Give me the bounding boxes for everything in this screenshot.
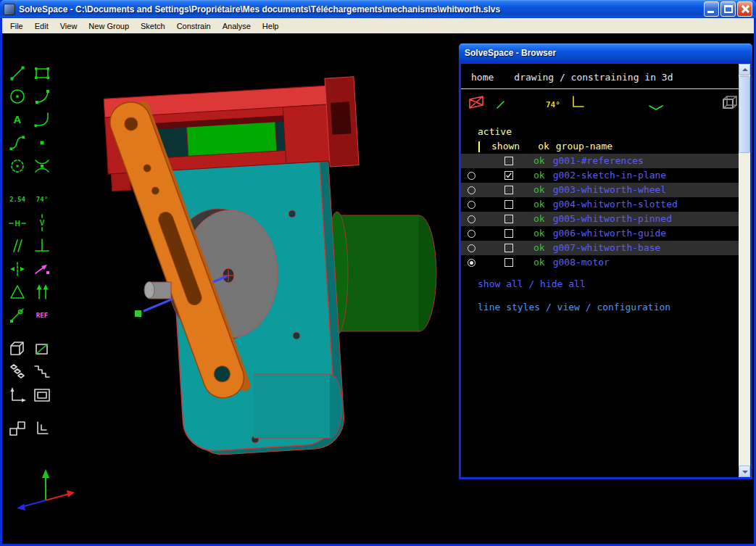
show-points-button[interactable] (520, 94, 537, 115)
on-entity-constraint-button[interactable] (30, 257, 54, 280)
arc-tool-button[interactable] (30, 85, 54, 107)
active-group-radio[interactable] (468, 259, 475, 267)
angle-constraint-button[interactable]: 74° (30, 188, 54, 210)
sketch-in-3d-icon (33, 386, 51, 405)
browser-titlebar[interactable]: SolveSpace - Browser (459, 44, 752, 62)
circle-tool-button[interactable] (6, 85, 29, 107)
show-constraints-button[interactable]: 74° (546, 97, 560, 112)
show-faces-button[interactable] (595, 94, 612, 115)
bracket-group-button[interactable] (30, 417, 54, 439)
extrude-group-button[interactable] (6, 337, 29, 360)
coordinate-triad (17, 469, 75, 510)
wireframe-box-icon (721, 94, 739, 110)
view-link[interactable]: view (557, 302, 580, 313)
show-all-link[interactable]: show all (478, 278, 523, 289)
active-group-radio[interactable] (468, 172, 475, 180)
shown-checkbox[interactable] (504, 229, 513, 238)
group-name-link[interactable]: g005-whitworth-pinned (553, 212, 672, 226)
scroll-down-button[interactable] (739, 466, 750, 477)
shown-checkbox[interactable] (504, 258, 513, 267)
group-name-link[interactable]: g004-whitworth-slotted (553, 197, 678, 212)
titlebar[interactable]: SolveSpace - C:\Documents and Settings\P… (0, 0, 756, 18)
menu-new-group[interactable]: New Group (83, 20, 135, 33)
parallel-normal-constraint-button[interactable] (30, 281, 54, 303)
split-curves-tool-button[interactable] (30, 154, 54, 177)
ratio-icon (8, 306, 27, 325)
tangent-arc-tool-button[interactable] (30, 108, 54, 131)
scroll-up-button[interactable] (739, 64, 750, 75)
style-corner-icon (569, 94, 586, 110)
menu-analyse[interactable]: Analyse (217, 20, 257, 33)
link-assembly-icon (8, 419, 27, 438)
scroll-thumb[interactable] (739, 76, 750, 153)
cubic-spline-tool-button[interactable] (6, 131, 29, 154)
link-group-button[interactable] (6, 417, 29, 439)
perpendicular-constraint-button[interactable] (30, 234, 54, 257)
rectangle-tool-button[interactable] (30, 62, 54, 84)
distance-constraint-button[interactable]: 2.54 (6, 188, 29, 210)
show-shaded-button[interactable] (621, 94, 639, 115)
ok-status: ok (533, 197, 545, 212)
equal-constraint-button[interactable] (6, 281, 29, 303)
line-styles-link[interactable]: line styles (478, 302, 540, 313)
configuration-link[interactable]: configuration (597, 302, 670, 313)
group-name-link[interactable]: g001-#references (553, 154, 644, 168)
show-styles-button[interactable] (569, 94, 586, 115)
group-name-link[interactable]: g007-whitworth-base (553, 241, 661, 255)
shown-checkbox[interactable] (504, 244, 513, 252)
browser-scrollbar[interactable] (739, 64, 750, 477)
browser-window: SolveSpace - Browser home drawing / cons… (459, 44, 752, 479)
active-group-radio[interactable] (468, 201, 475, 209)
nav-home-link[interactable]: home (471, 70, 494, 85)
minimize-button[interactable] (704, 1, 719, 17)
shown-checkbox[interactable] (504, 157, 513, 165)
active-group-radio[interactable] (468, 230, 475, 238)
extrude-icon (8, 339, 27, 358)
sketch-in-3d-group-button[interactable] (30, 384, 54, 406)
vertical-constraint-button[interactable]: V (30, 211, 54, 233)
menu-constrain[interactable]: Constrain (171, 20, 217, 33)
menu-view[interactable]: View (54, 20, 83, 33)
shown-checkbox[interactable] (504, 186, 513, 194)
text-tool-icon: A (14, 113, 22, 125)
menu-sketch[interactable]: Sketch (135, 20, 171, 33)
parallel-constraint-button[interactable] (6, 234, 29, 257)
active-group-radio[interactable] (468, 215, 475, 223)
group-row: ok g004-whitworth-slotted (461, 197, 750, 212)
shown-checkbox[interactable] (504, 215, 513, 223)
datum-point-tool-button[interactable] (30, 131, 54, 154)
maximize-button[interactable] (720, 1, 736, 17)
close-button[interactable] (737, 1, 752, 17)
group-name-link[interactable]: g002-sketch-in-plane (553, 168, 667, 183)
step-rotate-group-button[interactable] (30, 360, 54, 383)
show-normals-button[interactable] (494, 94, 511, 115)
ref-icon: REF (36, 312, 48, 319)
horizontal-constraint-button[interactable]: H (6, 211, 29, 233)
construction-tool-button[interactable] (6, 154, 29, 177)
show-workplanes-button[interactable] (468, 94, 485, 115)
group-row: ok g005-whitworth-pinned (461, 212, 750, 226)
show-hidden-lines-button[interactable] (721, 94, 739, 115)
menu-file[interactable]: File (4, 20, 29, 33)
group-name-link[interactable]: g006-whitworth-guide (553, 226, 667, 241)
step-translate-group-button[interactable] (6, 360, 29, 383)
length-ratio-constraint-button[interactable] (6, 304, 29, 326)
shown-checkbox[interactable] (504, 171, 513, 180)
group-name-link[interactable]: g003-whitworth-wheel (553, 183, 667, 197)
group-name-link[interactable]: g008-motor (553, 255, 610, 270)
line-tool-button[interactable] (6, 62, 29, 84)
reference-dimension-button[interactable]: REF (30, 304, 54, 326)
shown-checkbox[interactable] (504, 200, 513, 209)
ok-status: ok (533, 226, 545, 241)
show-edges-button[interactable] (647, 94, 665, 115)
lathe-group-button[interactable] (30, 337, 54, 360)
tool-palette: A 2.54 74° H V REF (6, 62, 55, 450)
active-group-radio[interactable] (468, 244, 475, 252)
text-tool-button[interactable]: A (6, 108, 29, 131)
new-workplane-group-button[interactable] (6, 384, 29, 406)
menu-help[interactable]: Help (257, 20, 285, 33)
active-group-radio[interactable] (468, 186, 475, 194)
symmetric-constraint-button[interactable] (6, 257, 29, 280)
hide-all-link[interactable]: hide all (540, 278, 586, 289)
menu-edit[interactable]: Edit (29, 20, 54, 33)
